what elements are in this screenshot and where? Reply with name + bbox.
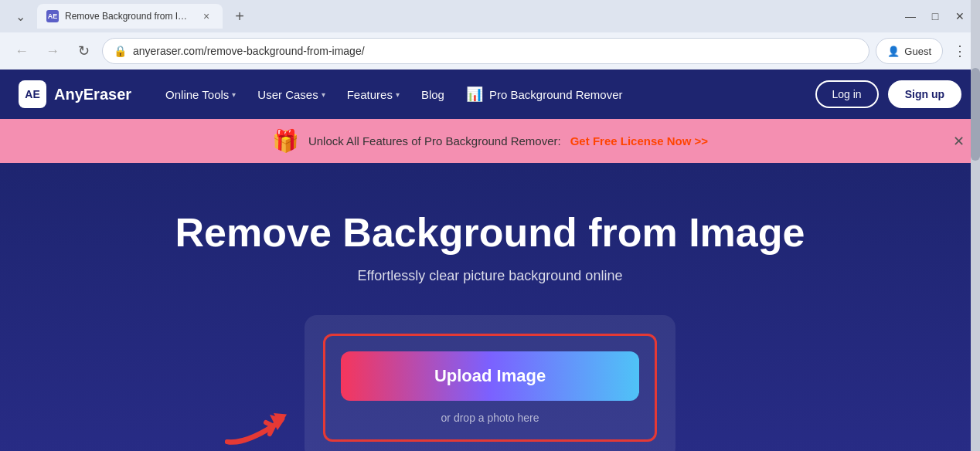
banner-close-button[interactable]: ✕ — [953, 133, 965, 150]
forward-button[interactable]: → — [40, 39, 65, 63]
refresh-button[interactable]: ↻ — [71, 39, 96, 63]
chevron-down-icon: ▾ — [232, 90, 236, 99]
tab-close-button[interactable]: × — [199, 9, 213, 23]
browser-chrome: ⌄ AE Remove Background from Im... × + — … — [0, 0, 980, 70]
browser-nav: ← → ↻ 🔒 anyeraser.com/remove-background-… — [0, 32, 980, 70]
chevron-down-icon: ▾ — [322, 90, 325, 99]
new-tab-button[interactable]: + — [229, 5, 250, 27]
signup-button[interactable]: Sign up — [888, 80, 961, 108]
address-text: anyeraser.com/remove-background-from-ima… — [133, 45, 858, 57]
nav-blog[interactable]: Blog — [412, 82, 454, 107]
nav-user-cases[interactable]: User Cases ▾ — [248, 82, 334, 107]
banner-cta-link[interactable]: Get Free License Now >> — [570, 134, 708, 148]
nav-auth: Log in Sign up — [815, 80, 961, 108]
upload-container: Upload Image or drop a photo here — [305, 315, 675, 451]
promo-banner: 🎁 Unlock All Features of Pro Background … — [0, 119, 980, 163]
hero-title: Remove Background from Image — [175, 209, 805, 256]
banner-text: Unlock All Features of Pro Background Re… — [308, 134, 561, 148]
guest-icon: 👤 — [887, 46, 900, 57]
website-content: AE AnyEraser Online Tools ▾ User Cases ▾… — [0, 70, 980, 451]
browser-menu-button[interactable]: ⋮ — [949, 40, 971, 62]
browser-tab[interactable]: AE Remove Background from Im... × — [37, 4, 223, 29]
site-navbar: AE AnyEraser Online Tools ▾ User Cases ▾… — [0, 70, 980, 119]
guest-label: Guest — [904, 46, 931, 57]
address-icon: 🔒 — [114, 45, 127, 57]
window-controls: — □ ✕ — [900, 5, 971, 27]
upload-box[interactable]: Upload Image or drop a photo here — [323, 334, 657, 442]
close-button[interactable]: ✕ — [949, 5, 971, 27]
login-button[interactable]: Log in — [815, 80, 879, 108]
maximize-button[interactable]: □ — [924, 5, 946, 27]
pro-icon: 📊 — [466, 86, 483, 103]
hero-section: Remove Background from Image Effortlessl… — [0, 163, 980, 451]
guest-button[interactable]: 👤 Guest — [876, 38, 943, 64]
tab-favicon: AE — [46, 10, 59, 22]
scrollbar[interactable] — [971, 0, 980, 451]
hero-subtitle: Effortlessly clear picture background on… — [358, 268, 623, 284]
nav-links: Online Tools ▾ User Cases ▾ Features ▾ B… — [156, 80, 790, 109]
arrow-indicator — [219, 403, 305, 451]
gift-icon: 🎁 — [272, 128, 299, 154]
tab-title: Remove Background from Im... — [65, 11, 193, 22]
tab-list-button[interactable]: ⌄ — [9, 5, 31, 27]
chevron-down-icon: ▾ — [396, 90, 400, 99]
upload-image-button[interactable]: Upload Image — [341, 351, 639, 401]
minimize-button[interactable]: — — [900, 5, 921, 27]
browser-top-bar: ⌄ AE Remove Background from Im... × + — … — [0, 0, 980, 32]
logo-text: AnyEraser — [54, 86, 131, 103]
drop-hint: or drop a photo here — [441, 412, 539, 424]
logo-icon: AE — [19, 80, 46, 108]
address-bar[interactable]: 🔒 anyeraser.com/remove-background-from-i… — [102, 38, 869, 64]
logo[interactable]: AE AnyEraser — [19, 80, 131, 108]
nav-features[interactable]: Features ▾ — [338, 82, 409, 107]
nav-pro-remover[interactable]: 📊 Pro Background Remover — [457, 80, 632, 109]
scrollbar-thumb[interactable] — [971, 68, 980, 161]
nav-online-tools[interactable]: Online Tools ▾ — [156, 82, 245, 107]
back-button[interactable]: ← — [9, 39, 34, 63]
